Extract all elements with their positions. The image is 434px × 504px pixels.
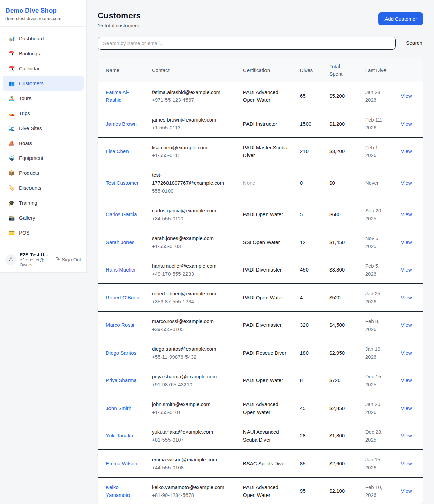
customer-email: hans.mueller@example.com [152, 262, 232, 270]
customer-certification: SSI Open Water [243, 239, 280, 245]
sidebar-item-label: Dive Sites [19, 125, 42, 131]
column-header: Total Spent [324, 58, 360, 82]
customer-certification: PADI Open Water [243, 377, 283, 383]
sidebar-item-label: Trips [19, 110, 30, 116]
view-customer-link[interactable]: View [401, 488, 412, 494]
view-customer-link[interactable]: View [401, 239, 412, 245]
customer-name-link[interactable]: Marco Rossi [106, 322, 134, 328]
view-customer-link[interactable]: View [401, 322, 412, 328]
customer-name-link[interactable]: John Smith [106, 405, 131, 411]
search-button[interactable]: Search [405, 38, 423, 48]
customer-name-link[interactable]: Carlos Garcia [106, 211, 137, 217]
customer-phone: +49-170-555-2233 [152, 270, 232, 278]
sidebar-item-dashboard[interactable]: 📊Dashboard [3, 31, 84, 46]
customer-last-dive: Feb 8, 2026 [365, 318, 380, 332]
search-input[interactable] [98, 37, 396, 50]
customer-dives: 5 [300, 211, 303, 217]
view-customer-link[interactable]: View [401, 405, 412, 411]
sidebar-item-bookings[interactable]: 📅Bookings [3, 46, 84, 61]
view-customer-link[interactable]: View [401, 180, 412, 186]
sidebar-item-label: Discounts [19, 185, 41, 191]
sidebar-item-calendar[interactable]: 📆Calendar [3, 61, 84, 76]
camera-flash-icon: 📸 [8, 215, 15, 220]
table-row: Hans Muellerhans.mueller@example.com+49-… [98, 256, 423, 284]
customer-certification: PADI Divemaster [243, 322, 282, 328]
bar-chart-icon: 📊 [8, 36, 15, 41]
tear-off-calendar-icon: 📆 [8, 66, 15, 71]
view-customer-link[interactable]: View [401, 461, 412, 466]
customer-last-dive: Jan 25, 2026 [365, 291, 382, 304]
customer-name-link[interactable]: Yuki Tanaka [106, 433, 133, 438]
customer-name-link[interactable]: Priya Sharma [106, 377, 137, 383]
customer-dives: 65 [300, 93, 306, 99]
table-row: Test Customertest-1772681807767@example.… [98, 165, 423, 201]
customer-email: john.smith@example.com [152, 400, 232, 408]
customer-name-link[interactable]: Hans Mueller [106, 267, 136, 273]
person-icon [8, 257, 14, 263]
customer-name-link[interactable]: Robert O'Brien [106, 295, 139, 300]
package-icon: 📦 [8, 170, 15, 175]
add-customer-button[interactable]: Add Customer [378, 12, 423, 25]
table-row: James Brownjames.brown@example.com+1-555… [98, 110, 423, 138]
customer-name-link[interactable]: Sarah Jones [106, 239, 134, 245]
customer-dives: 4 [300, 295, 303, 300]
customer-certification: PADI Master Scuba Diver [243, 145, 288, 158]
page-header: Customers 15 total customers Add Custome… [98, 11, 423, 29]
sidebar-item-tours[interactable]: 🏝️Tours [3, 91, 84, 106]
customer-last-dive: Jan 28, 2026 [365, 89, 382, 103]
sidebar-item-boats[interactable]: ⛵Boats [3, 135, 84, 150]
user-section: E2E Test U... e2e-tester@... Owner Sign … [0, 247, 86, 272]
customer-phone: +81-90-1234-5678 [152, 491, 232, 499]
table-row: Robert O'Brienrobert.obrien@example.com+… [98, 284, 423, 312]
view-customer-link[interactable]: View [401, 295, 412, 300]
customer-dives: 28 [300, 433, 306, 438]
sidebar-item-equipment[interactable]: 🤿Equipment [3, 150, 84, 165]
view-customer-link[interactable]: View [401, 121, 412, 127]
sidebar-item-customers[interactable]: 👥Customers [3, 76, 84, 91]
view-customer-link[interactable]: View [401, 350, 412, 356]
customer-total-spent: $1,200 [329, 121, 345, 127]
customer-name-link[interactable]: Keiko Yamamoto [106, 484, 130, 498]
sidebar-item-dive-sites[interactable]: 🌊Dive Sites [3, 120, 84, 135]
customer-total-spent: $3,800 [329, 267, 345, 273]
customer-last-dive: Never [365, 180, 379, 186]
view-customer-link[interactable]: View [401, 267, 412, 273]
sidebar-item-label: Tours [19, 95, 32, 101]
sidebar-item-trips[interactable]: 🚤Trips [3, 106, 84, 120]
customer-phone: +353-87-555-1234 [152, 298, 232, 305]
sign-out-button[interactable]: Sign Out [55, 257, 81, 263]
customer-email: james.brown@example.com [152, 116, 232, 124]
sidebar-item-gallery[interactable]: 📸Gallery [3, 210, 84, 225]
sidebar-item-training[interactable]: 🎓Training [3, 195, 84, 210]
sidebar-item-pos[interactable]: 💳POS [3, 225, 84, 240]
user-name: E2E Test U... [20, 252, 51, 257]
customer-total-spent: $720 [329, 377, 340, 383]
customer-name-link[interactable]: Lisa Chen [106, 148, 129, 154]
customer-certification: PADI Advanced Open Water [243, 89, 278, 103]
main-content: Customers 15 total customers Add Custome… [87, 0, 434, 504]
view-customer-link[interactable]: View [401, 93, 412, 99]
shop-domain: demo.test.divestreams.com [5, 16, 81, 21]
table-row: John Smithjohn.smith@example.com+1-555-0… [98, 394, 423, 422]
customer-name-link[interactable]: Emma Wilson [106, 461, 137, 466]
customer-name-link[interactable]: Fatima Al-Rashid [106, 89, 129, 103]
view-customer-link[interactable]: View [401, 377, 412, 383]
sidebar-item-products[interactable]: 📦Products [3, 165, 84, 180]
customer-name-link[interactable]: Test Customer [106, 180, 139, 186]
column-header: Certification [238, 58, 295, 82]
customer-name-link[interactable]: James Brown [106, 121, 137, 127]
view-customer-link[interactable]: View [401, 148, 412, 154]
table-row: Fatima Al-Rashidfatima.alrashid@example.… [98, 82, 423, 110]
label-tag-icon: 🏷️ [8, 185, 15, 190]
view-customer-link[interactable]: View [401, 211, 412, 217]
sidebar-item-discounts[interactable]: 🏷️Discounts [3, 180, 84, 195]
view-customer-link[interactable]: View [401, 433, 412, 438]
wave-icon: 🌊 [8, 126, 15, 131]
customer-total-spent: $3,200 [329, 148, 345, 154]
table-row: Lisa Chenlisa.chen@example.com+1-555-011… [98, 137, 423, 165]
table-row: Carlos Garciacarlos.garcia@example.com+3… [98, 201, 423, 228]
customer-email: diego.santos@example.com [152, 345, 232, 353]
sidebar: Demo Dive Shop demo.test.divestreams.com… [0, 0, 87, 273]
customer-name-link[interactable]: Diego Santos [106, 350, 136, 356]
table-row: Diego Santosdiego.santos@example.com+55-… [98, 339, 423, 367]
